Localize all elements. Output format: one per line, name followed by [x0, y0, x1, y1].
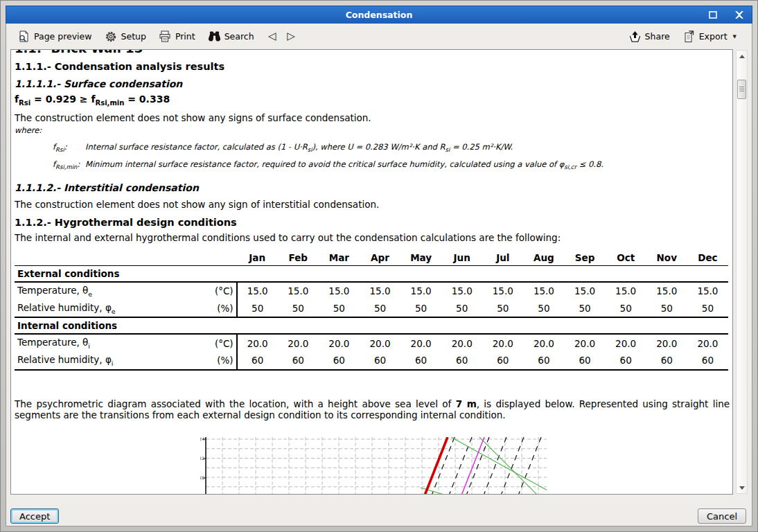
table-cell: 20.0: [441, 334, 482, 352]
definition-frsi-min: fRsi,min: Minimum internal surface resis…: [53, 159, 730, 172]
table-cell: 50: [687, 300, 728, 318]
table-cell: 20.0: [237, 334, 278, 352]
scroll-up-button[interactable]: [737, 51, 747, 62]
table-cell: 15.0: [564, 282, 605, 300]
close-button[interactable]: [731, 9, 748, 21]
share-icon: [628, 30, 642, 43]
table-cell: Jul: [482, 251, 523, 266]
accept-button[interactable]: Accept: [10, 508, 59, 524]
report-viewport[interactable]: 1.1.- Brick Wall 13 1.1.1.- Condensation…: [10, 49, 733, 495]
table-cell: 50: [278, 300, 319, 318]
share-label: Share: [645, 31, 670, 42]
table-cell: 15.0: [360, 282, 400, 300]
table-cell: Mar: [319, 251, 360, 266]
table-cell: Jan: [237, 251, 278, 266]
table-cell: 60: [482, 352, 523, 370]
table-cell: May: [400, 251, 441, 266]
table-cell: Sep: [564, 251, 605, 266]
table-row: Relative humidity, φi(%)6060606060606060…: [15, 352, 728, 370]
table-cell: 60: [687, 352, 728, 370]
table-cell: Relative humidity, φe: [15, 300, 194, 318]
forward-arrow-icon: ▷: [287, 30, 295, 42]
export-label: Export: [699, 31, 728, 42]
table-cell: 60: [646, 352, 687, 370]
page-preview-label: Page preview: [34, 31, 92, 42]
print-button[interactable]: Print: [155, 28, 200, 45]
print-icon: [159, 30, 172, 43]
table-cell: 50: [441, 300, 482, 318]
table-row: Temperature, θe(°C)15.015.015.015.015.01…: [15, 282, 728, 300]
vertical-scrollbar[interactable]: [736, 50, 748, 494]
conditions-table: JanFebMarAprMayJunJulAugSepOctNovDecExte…: [15, 251, 728, 371]
nav-forward-button[interactable]: ▷: [281, 30, 301, 43]
export-button[interactable]: Export ▼: [678, 28, 741, 45]
condensation-window: Condensation Page preview Setup: [0, 0, 758, 532]
section-title-row: Internal conditions: [15, 317, 728, 334]
close-icon: [735, 11, 743, 19]
table-cell: Apr: [360, 251, 400, 266]
heading-condensation-results: 1.1.1.- Condensation analysis results: [15, 61, 730, 72]
month-header-row: JanFebMarAprMayJunJulAugSepOctNovDec: [15, 251, 728, 266]
table-cell: 20.0: [687, 334, 728, 352]
table-cell: 20.0: [646, 334, 687, 352]
table-cell: 15.0: [523, 282, 564, 300]
table-cell: 50: [523, 300, 564, 318]
table-cell: Nov: [646, 251, 687, 266]
export-caret-icon: ▼: [733, 34, 737, 39]
share-button[interactable]: Share: [624, 28, 674, 45]
scroll-down-button[interactable]: [737, 482, 747, 493]
table-cell: [15, 251, 194, 266]
definitions-list: fRsi: Internal surface resistance factor…: [53, 141, 730, 172]
table-cell: 15.0: [482, 282, 523, 300]
setup-gear-icon: [105, 30, 118, 43]
cancel-button[interactable]: Cancel: [698, 508, 746, 524]
surface-condensation-formula: fRsi = 0.929 ≥ fRsi,min = 0.338: [15, 94, 730, 107]
export-icon: [682, 30, 696, 43]
red-transition-line: [407, 437, 448, 495]
table-cell: Feb: [278, 251, 319, 266]
scroll-thumb[interactable]: [737, 80, 746, 99]
section-title-row: External conditions: [15, 266, 728, 283]
surface-result-text: The construction element does not show a…: [15, 112, 730, 123]
heading-interstitial-condensation: 1.1.1.2.- Interstitial condensation: [15, 182, 730, 193]
setup-label: Setup: [121, 31, 146, 42]
table-cell: Aug: [523, 251, 564, 266]
print-label: Print: [175, 31, 195, 42]
table-cell: 60: [237, 352, 278, 370]
table-cell: 50: [646, 300, 687, 318]
table-cell: 50: [319, 300, 360, 318]
maximize-icon: [709, 11, 717, 19]
clipped-section-heading: 1.1.- Brick Wall 13: [15, 50, 730, 56]
table-cell: 15.0: [606, 282, 646, 300]
scroll-down-icon: [739, 486, 745, 490]
dialog-body: Page preview Setup Print Search ◁: [6, 24, 752, 526]
scroll-up-icon: [739, 55, 745, 58]
table-cell: Relative humidity, φi: [15, 352, 194, 370]
search-binoculars-icon: [208, 30, 221, 43]
table-cell: 15.0: [400, 282, 441, 300]
table-cell: 20.0: [606, 334, 646, 352]
where-label: where:: [15, 125, 730, 135]
maximize-button[interactable]: [705, 9, 721, 21]
table-cell: 50: [360, 300, 400, 318]
table-cell: 60: [360, 352, 400, 370]
page-preview-button[interactable]: Page preview: [13, 28, 96, 45]
psychrometric-chart: 24 22 20 18: [200, 437, 730, 495]
search-button[interactable]: Search: [204, 28, 258, 45]
table-cell: 15.0: [441, 282, 482, 300]
diagram-paragraph: The psychrometric diagram associated wit…: [15, 398, 730, 420]
table-cell: (%): [194, 300, 237, 318]
scroll-thumb-grip: [739, 87, 744, 92]
setup-button[interactable]: Setup: [100, 28, 150, 45]
table-cell: 20.0: [319, 334, 360, 352]
table-cell: Jun: [441, 251, 482, 266]
back-arrow-icon: ◁: [268, 30, 276, 42]
table-cell: 20.0: [482, 334, 523, 352]
table-cell: Dec: [687, 251, 728, 266]
nav-back-button[interactable]: ◁: [263, 30, 282, 43]
table-cell: 60: [523, 352, 564, 370]
section-title-cell: External conditions: [15, 266, 728, 283]
table-cell: 20.0: [360, 334, 400, 352]
table-cell: 60: [606, 352, 646, 370]
table-cell: 60: [278, 352, 319, 370]
